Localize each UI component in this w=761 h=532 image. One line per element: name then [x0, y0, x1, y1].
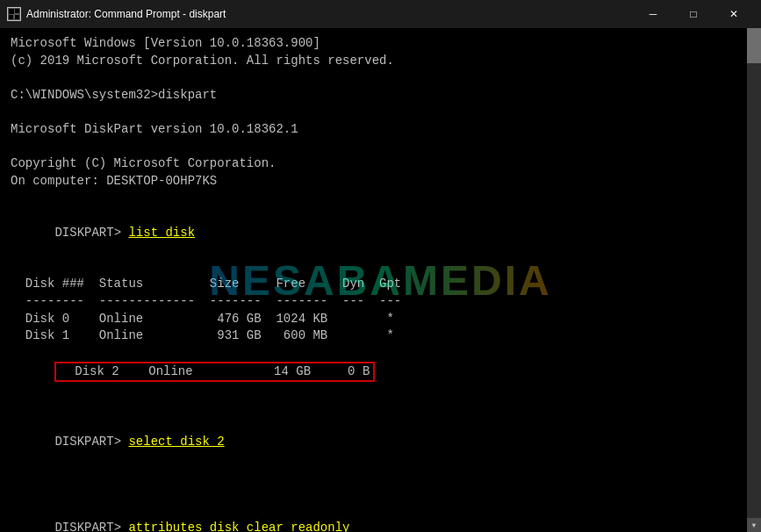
close-button[interactable]: ✕	[714, 0, 754, 28]
blank-1	[11, 69, 750, 87]
window-icon	[7, 7, 21, 21]
blank-4	[11, 190, 750, 207]
svg-rect-1	[9, 9, 14, 14]
scroll-down-button[interactable]: ▼	[747, 518, 761, 532]
blank-6	[11, 399, 750, 417]
blank-3	[11, 139, 750, 156]
attributes-command: attributes disk clear readonly	[128, 521, 349, 532]
prompt-1: DISKPART>	[54, 226, 128, 240]
prompt-3: DISKPART>	[54, 521, 128, 532]
blank-2	[11, 104, 750, 121]
line-diskpart-cmd: C:\WINDOWS\system32>diskpart	[11, 87, 750, 104]
window-title: Administrator: Command Prompt - diskpart	[26, 8, 633, 20]
line-attributes-cmd: DISKPART> attributes disk clear readonly	[11, 502, 750, 532]
svg-rect-2	[15, 9, 19, 13]
disk0-row: Disk 0 Online 476 GB 1024 KB *	[11, 311, 750, 328]
table-header: Disk ### Status Size Free Dyn Gpt	[11, 276, 750, 293]
svg-rect-4	[15, 15, 19, 19]
cmd-window: Administrator: Command Prompt - diskpart…	[0, 0, 761, 532]
svg-rect-3	[9, 15, 13, 19]
line-computer: On computer: DESKTOP-0OHP7KS	[11, 173, 750, 191]
maximize-button[interactable]: □	[673, 0, 714, 28]
line-diskpart-version: Microsoft DiskPart version 10.0.18362.1	[11, 121, 750, 139]
table-separator: -------- ------------- ------- ------- -…	[11, 293, 750, 311]
blank-8	[11, 485, 750, 503]
line-ms-corp: Copyright (C) Microsoft Corporation.	[11, 155, 750, 173]
line-windows-version: Microsoft Windows [Version 10.0.18363.90…	[11, 35, 750, 53]
console-area[interactable]: NESABAMEDIA Microsoft Windows [Version 1…	[0, 28, 761, 532]
line-copyright: (c) 2019 Microsoft Corporation. All righ…	[11, 53, 750, 70]
disk1-row: Disk 1 Online 931 GB 600 MB *	[11, 327, 750, 345]
list-disk-command: list disk	[128, 226, 195, 240]
blank-7	[11, 468, 750, 485]
line-list-disk-cmd: DISKPART> list disk	[11, 207, 750, 259]
scrollbar[interactable]: ▲ ▼	[747, 28, 761, 532]
line-select-disk-cmd: DISKPART> select disk 2	[11, 416, 750, 468]
window-controls: ─ □ ✕	[633, 0, 754, 28]
blank-5	[11, 259, 750, 277]
title-bar: Administrator: Command Prompt - diskpart…	[0, 0, 761, 28]
disk2-highlighted-row: Disk 2 Online 14 GB 0 B	[54, 362, 375, 382]
disk2-row-line: Disk 2 Online 14 GB 0 B	[11, 345, 750, 399]
select-disk-command: select disk 2	[128, 435, 224, 449]
scrollbar-thumb[interactable]	[747, 28, 761, 63]
minimize-button[interactable]: ─	[633, 0, 673, 28]
prompt-2: DISKPART>	[54, 435, 128, 449]
